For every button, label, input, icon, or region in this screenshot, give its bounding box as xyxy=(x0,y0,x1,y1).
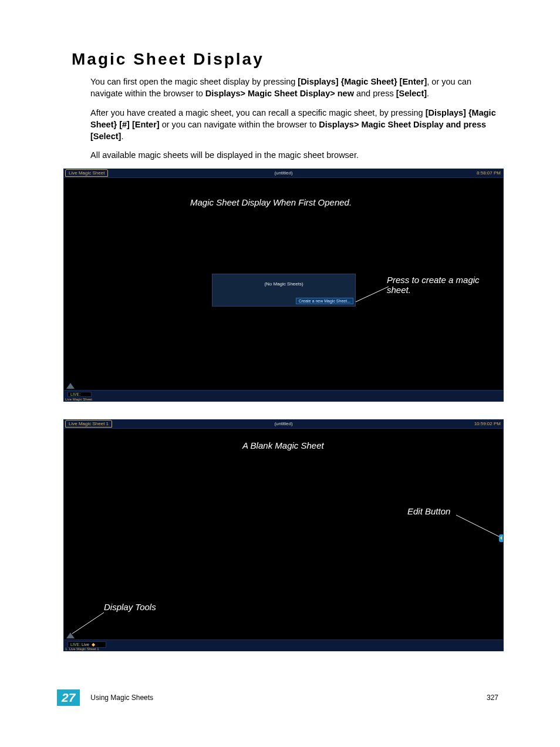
text: . xyxy=(121,132,123,141)
chapter-label: Using Magic Sheets xyxy=(90,694,153,702)
paragraph-2: After you have created a magic sheet, yo… xyxy=(90,107,502,143)
status-bar: LIVE: Live Magic Sheet xyxy=(64,390,503,401)
clock: 10:59:02 PM xyxy=(474,421,503,426)
screenshot-blank-sheet: Live Magic Sheet 1 (untitled) 10:59:02 P… xyxy=(63,419,504,651)
text-bold: [Displays] {Magic Sheet} [Enter] xyxy=(298,77,427,86)
text-bold: [Select] xyxy=(396,89,427,98)
text: After you have created a magic sheet, yo… xyxy=(90,108,426,117)
dialog-text: (No Magic Sheets) xyxy=(264,281,303,287)
status-live-value: Live xyxy=(82,642,89,647)
paragraph-1: You can first open the magic sheet displ… xyxy=(90,76,502,100)
clock: 8:58:07 PM xyxy=(477,170,503,176)
status-live: LIVE: xyxy=(68,392,92,397)
pointer-line xyxy=(355,285,390,303)
text: and press xyxy=(354,89,396,98)
file-title: (untitled) xyxy=(274,421,292,426)
annotation-create: Press to create a magic sheet. xyxy=(387,275,503,295)
status-bar: LIVE: Live ◆ 1. Live Magic Sheet 1 xyxy=(64,640,503,651)
window-titlebar: Live Magic Sheet 1 (untitled) 10:59:02 P… xyxy=(64,420,503,429)
text: or you can navigate within the browser t… xyxy=(160,120,319,129)
caption: A Blank Magic Sheet xyxy=(242,440,324,450)
screenshot-first-open: Live Magic Sheet (untitled) 8:58:07 PM M… xyxy=(63,169,504,402)
annotation-display-tools: Display Tools xyxy=(104,602,156,612)
svg-line-2 xyxy=(72,613,104,634)
page-title: Magic Sheet Display xyxy=(72,50,502,69)
svg-line-1 xyxy=(456,515,501,537)
paragraph-3: All available magic sheets will be displ… xyxy=(90,149,502,161)
tab-live-magic-sheet-1[interactable]: Live Magic Sheet 1 xyxy=(65,420,112,428)
status-sub: Live Magic Sheet xyxy=(65,398,92,401)
caption: Magic Sheet Display When First Opened. xyxy=(190,197,352,207)
tab-live-magic-sheet[interactable]: Live Magic Sheet xyxy=(65,169,108,177)
no-magic-sheets-dialog: (No Magic Sheets) Create a new Magic She… xyxy=(212,274,356,307)
annotation-edit-button: Edit Button xyxy=(407,506,450,516)
create-new-magic-sheet-button[interactable]: Create a new Magic Sheet... xyxy=(296,298,353,304)
pointer-line xyxy=(71,611,106,635)
window-titlebar: Live Magic Sheet (untitled) 8:58:07 PM xyxy=(64,169,503,178)
page-number: 327 xyxy=(487,694,498,702)
chapter-number: 27 xyxy=(57,689,80,706)
status-live-label: LIVE: xyxy=(70,642,80,647)
pointer-line xyxy=(455,514,502,539)
status-sub: 1. Live Magic Sheet 1 xyxy=(65,647,99,651)
page-footer: 27 Using Magic Sheets 327 xyxy=(57,689,498,706)
text-bold: Displays> Magic Sheet Display> new xyxy=(205,89,354,98)
display-tools-icon[interactable] xyxy=(66,632,75,638)
text: . xyxy=(427,89,429,98)
text: You can first open the magic sheet displ… xyxy=(90,77,298,86)
display-tools-icon[interactable] xyxy=(66,383,75,389)
edit-button[interactable] xyxy=(499,534,503,542)
file-title: (untitled) xyxy=(274,170,292,176)
svg-line-0 xyxy=(356,287,389,302)
bullet-icon: ◆ xyxy=(92,642,95,647)
